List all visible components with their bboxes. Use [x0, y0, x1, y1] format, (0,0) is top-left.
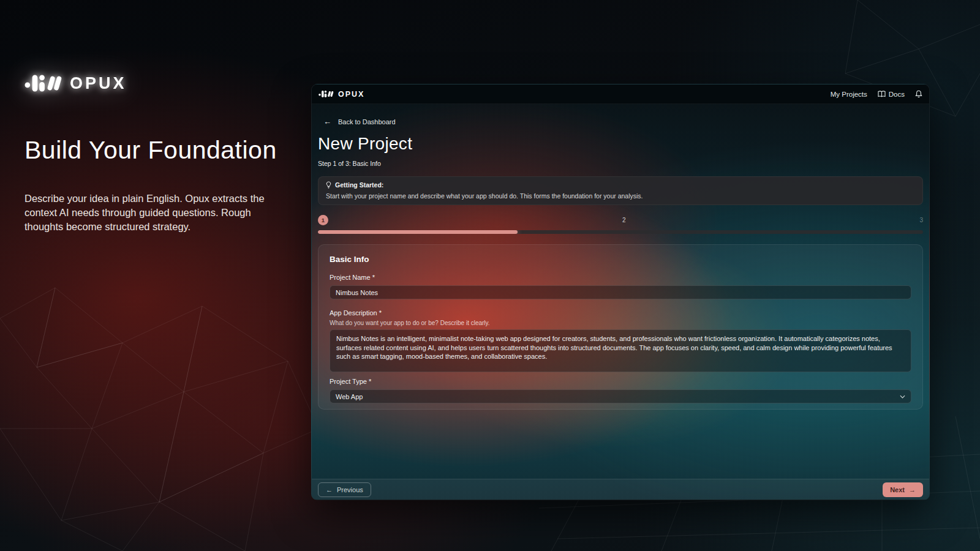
hero-title: Build Your Foundation: [24, 136, 294, 165]
back-to-dashboard-link[interactable]: ← Back to Dashboard: [318, 117, 396, 126]
progress-track: [318, 230, 923, 234]
project-type-select[interactable]: Web App: [330, 389, 911, 403]
step-label-3: 3: [919, 217, 923, 223]
arrow-left-icon: ←: [326, 486, 333, 493]
project-type-value: Web App: [336, 393, 363, 400]
nav-docs-label: Docs: [889, 91, 905, 98]
hero-brand-wordmark: OPUX: [70, 74, 127, 93]
tip-title: Getting Started:: [335, 181, 383, 189]
project-name-input[interactable]: [330, 285, 911, 299]
wizard-steps: 1 2 3: [318, 215, 923, 225]
project-name-label: Project Name *: [330, 274, 911, 281]
step-label-2: 2: [622, 217, 626, 223]
project-type-label: Project Type *: [330, 378, 911, 385]
lightbulb-icon: [326, 181, 331, 189]
hero-description: Describe your idea in plain English. Opu…: [24, 192, 276, 234]
previous-button-label: Previous: [337, 486, 363, 493]
app-brand-wordmark: OPUX: [338, 90, 364, 99]
previous-button[interactable]: ← Previous: [318, 482, 371, 497]
app-logo[interactable]: OPUX: [318, 89, 364, 99]
nav-link-my-projects[interactable]: My Projects: [831, 91, 867, 98]
back-link-label: Back to Dashboard: [338, 118, 396, 126]
nav-my-projects-label: My Projects: [831, 91, 867, 98]
arrow-right-icon: →: [909, 486, 916, 493]
next-button-label: Next: [890, 486, 905, 493]
step-badge-1: 1: [318, 215, 328, 225]
book-icon: [878, 91, 886, 97]
tip-body: Start with your project name and describ…: [326, 192, 915, 200]
app-description-textarea[interactable]: Nimbus Notes is an intelligent, minimali…: [330, 329, 911, 372]
app-topbar: OPUX My Projects Docs: [312, 84, 929, 104]
app-description-helper: What do you want your app to do or be? D…: [330, 320, 911, 326]
opux-logo-mark-icon: [318, 89, 334, 99]
page-title: New Project: [318, 134, 923, 154]
app-window: OPUX My Projects Docs: [311, 84, 930, 500]
nav-link-docs[interactable]: Docs: [878, 91, 905, 98]
opux-logo-mark-icon: [24, 72, 62, 94]
card-section-title: Basic Info: [330, 255, 911, 264]
step-indicator: Step 1 of 3: Basic Info: [318, 160, 923, 167]
hero-panel: OPUX Build Your Foundation Describe your…: [24, 72, 294, 234]
app-description-label: App Description *: [330, 309, 911, 317]
window-content: ← Back to Dashboard New Project Step 1 o…: [312, 104, 929, 479]
basic-info-card: Basic Info Project Name * App Descriptio…: [318, 244, 923, 410]
opux-logo: OPUX: [24, 72, 294, 94]
next-button[interactable]: Next →: [883, 482, 923, 497]
arrow-left-icon: ←: [323, 117, 331, 126]
progress-fill: [318, 230, 518, 234]
topbar-nav: My Projects Docs: [831, 90, 922, 98]
chevron-down-icon: [900, 395, 905, 399]
notifications-button[interactable]: [915, 90, 922, 98]
wizard-footer: ← Previous Next →: [312, 479, 929, 500]
bell-icon: [915, 90, 922, 98]
getting-started-tip-box: Getting Started: Start with your project…: [318, 176, 923, 205]
